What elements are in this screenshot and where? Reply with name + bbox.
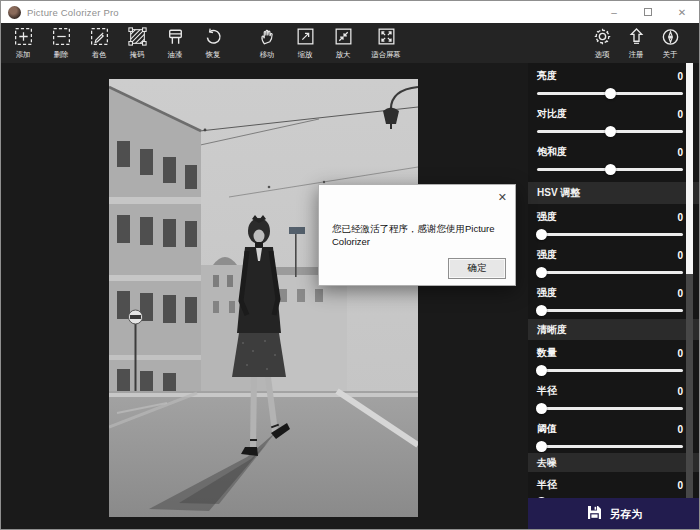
- tool-zoom[interactable]: 缩放: [286, 26, 324, 60]
- slider-handle[interactable]: [536, 305, 547, 316]
- hsv-strength-slider-1[interactable]: [537, 233, 683, 236]
- brightness-slider[interactable]: [537, 92, 683, 95]
- slider-label: 饱和度: [537, 145, 567, 159]
- expand-icon: [295, 26, 316, 47]
- slider-row-radius: 半径 0: [528, 378, 700, 416]
- tool-label: 油漆: [168, 49, 183, 59]
- hsv-strength-slider-2[interactable]: [537, 271, 683, 274]
- hsv-adjust-group: 强度 0 强度 0 强度 0: [528, 204, 700, 319]
- slider-label: 强度: [537, 248, 557, 262]
- tool-label: 移动: [260, 49, 275, 59]
- slider-row-hsv-3: 强度 0: [528, 280, 700, 318]
- slider-handle[interactable]: [605, 164, 616, 175]
- clarity-group: 数量 0 半径 0 阈值 0: [528, 340, 700, 453]
- tool-add[interactable]: 添加: [4, 26, 42, 60]
- tool-label: 添加: [16, 49, 31, 59]
- tool-options[interactable]: 选项: [585, 26, 619, 60]
- denoise-group: 半径 0: [528, 472, 700, 498]
- remove-selection-icon: [51, 26, 72, 47]
- slider-handle[interactable]: [536, 403, 547, 414]
- slider-row-amount: 数量 0: [528, 340, 700, 378]
- tool-mask[interactable]: 掩码: [118, 26, 156, 60]
- tool-label: 关于: [663, 49, 678, 59]
- tool-about[interactable]: 关于: [653, 26, 687, 60]
- window-title: Picture Colorizer Pro: [27, 7, 119, 18]
- radius-slider[interactable]: [537, 407, 683, 410]
- activation-dialog: ✕ 您已经激活了程序，感谢您使用Picture Colorizer 确定: [318, 184, 516, 286]
- slider-value: 0: [677, 147, 683, 158]
- save-as-label: 另存为: [610, 507, 643, 522]
- slider-value: 0: [677, 424, 683, 435]
- slider-handle[interactable]: [536, 267, 547, 278]
- paint-roller-icon: [165, 26, 186, 47]
- tool-label: 放大: [336, 49, 351, 59]
- save-as-button[interactable]: 另存为: [528, 498, 700, 530]
- dialog-close-icon[interactable]: ✕: [498, 191, 507, 204]
- slider-handle[interactable]: [536, 365, 547, 376]
- dialog-message: 您已经激活了程序，感谢您使用Picture Colorizer: [332, 223, 510, 247]
- arrow-up-icon: [626, 26, 647, 47]
- close-button[interactable]: ✕: [665, 1, 699, 23]
- slider-value: 0: [677, 109, 683, 120]
- sidebar-scrollbar-thumb[interactable]: [686, 63, 693, 274]
- amount-slider[interactable]: [537, 369, 683, 372]
- tool-colorize[interactable]: 着色: [80, 26, 118, 60]
- slider-value: 0: [677, 288, 683, 299]
- slider-row-hsv-1: 强度 0: [528, 204, 700, 242]
- saturation-slider[interactable]: [537, 168, 683, 171]
- dialog-ok-button[interactable]: 确定: [448, 258, 506, 279]
- toolbar: 添加 删除 着色 掩码 油漆 恢复 移动: [1, 23, 700, 63]
- tool-zoom-in[interactable]: 放大: [324, 26, 362, 60]
- adjustments-sidebar: 亮度 0 对比度 0 饱和度 0 HSV 调整 强度 0: [528, 63, 700, 530]
- slider-row-brightness: 亮度 0: [528, 63, 700, 101]
- photo-preview[interactable]: [109, 79, 418, 517]
- close-icon: ✕: [678, 7, 686, 18]
- slider-handle[interactable]: [536, 441, 547, 452]
- tool-paint[interactable]: 油漆: [156, 26, 194, 60]
- maximize-button[interactable]: [631, 1, 665, 23]
- color-pen-icon: [89, 26, 110, 47]
- compress-icon: [333, 26, 354, 47]
- slider-value: 0: [677, 348, 683, 359]
- tool-label: 掩码: [130, 49, 145, 59]
- section-header-hsv: HSV 调整: [528, 182, 700, 204]
- minimize-button[interactable]: –: [597, 1, 631, 23]
- slider-value: 0: [677, 480, 683, 491]
- tool-label: 恢复: [206, 49, 221, 59]
- slider-handle[interactable]: [605, 88, 616, 99]
- tool-register[interactable]: 注册: [619, 26, 653, 60]
- slider-label: 强度: [537, 210, 557, 224]
- slider-label: 亮度: [537, 69, 557, 83]
- tool-move[interactable]: 移动: [248, 26, 286, 60]
- hsv-strength-slider-3[interactable]: [537, 309, 683, 312]
- app-logo-icon: [8, 6, 21, 19]
- canvas-area: [1, 63, 528, 530]
- slider-value: 0: [677, 386, 683, 397]
- toolbar-right: 选项 注册 关于: [585, 23, 687, 60]
- threshold-slider[interactable]: [537, 445, 683, 448]
- tool-label: 着色: [92, 49, 107, 59]
- window-controls: – ✕: [597, 1, 699, 23]
- street-photo-illustration: [109, 79, 418, 517]
- contrast-slider[interactable]: [537, 130, 683, 133]
- compass-icon: [660, 26, 681, 47]
- tool-label: 适合屏幕: [371, 49, 400, 59]
- slider-label: 强度: [537, 286, 557, 300]
- hand-icon: [257, 26, 278, 47]
- tool-restore[interactable]: 恢复: [194, 26, 232, 60]
- basic-adjust-group: 亮度 0 对比度 0 饱和度 0: [528, 63, 700, 182]
- tool-label: 注册: [629, 49, 644, 59]
- tool-delete[interactable]: 删除: [42, 26, 80, 60]
- tool-fit-screen[interactable]: 适合屏幕: [362, 26, 410, 60]
- slider-row-contrast: 对比度 0: [528, 101, 700, 139]
- section-header-denoise: 去噪: [528, 453, 700, 472]
- sidebar-scrollbar-track[interactable]: [686, 63, 693, 498]
- slider-handle[interactable]: [605, 126, 616, 137]
- fit-screen-icon: [376, 26, 397, 47]
- slider-handle[interactable]: [536, 229, 547, 240]
- mask-icon: [127, 26, 148, 47]
- slider-row-denoise-radius: 半径 0: [528, 472, 700, 498]
- gear-icon: [592, 26, 613, 47]
- tool-label: 缩放: [298, 49, 313, 59]
- floppy-disk-icon: [587, 505, 602, 524]
